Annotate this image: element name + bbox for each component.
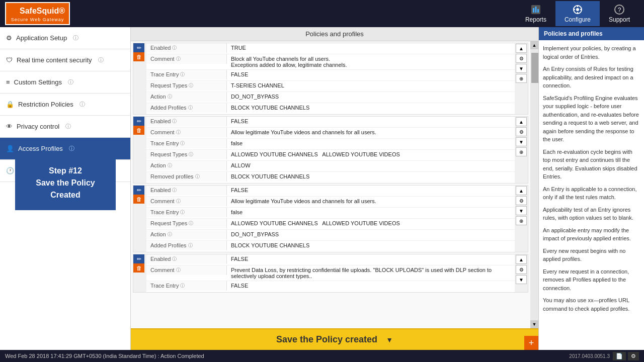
edit-button-2[interactable]: ✏ xyxy=(133,117,144,126)
entries-container: ✏ 🗑 Enabled ⓘ TRUE Comment ⓘ Block all Y… xyxy=(131,41,530,328)
up-btn-3[interactable]: ▲ xyxy=(516,186,527,195)
logo-name: SafeSquid® xyxy=(20,7,65,16)
delete-button-2[interactable]: 🗑 xyxy=(133,126,144,135)
support-button[interactable]: ? Support xyxy=(600,1,639,26)
add-btn-3[interactable]: ⊕ xyxy=(516,216,527,225)
entry-1-left-btns: ✏ 🗑 xyxy=(133,43,146,114)
lock-icon: 🔒 xyxy=(6,101,14,108)
value-trace-3: false xyxy=(227,208,515,217)
bottom-icon-doc[interactable]: 📄 xyxy=(613,352,626,360)
edit-button-3[interactable]: ✏ xyxy=(133,186,144,195)
logo-icon: ✦ xyxy=(10,5,19,17)
field-row-enabled-2: Enabled ⓘ FALSE xyxy=(146,117,515,128)
info-enabled-1: ⓘ xyxy=(172,45,177,51)
label-comment-3: Comment ⓘ xyxy=(146,197,227,206)
bottom-icon-settings[interactable]: ⚙ xyxy=(628,352,639,360)
label-enabled-3: Enabled ⓘ xyxy=(146,186,227,195)
sidebar-item-privacy-control[interactable]: 👁 Privacy control ⓘ xyxy=(0,116,130,138)
add-btn-2[interactable]: ⊕ xyxy=(516,147,527,156)
help-text-1: An Entry consists of Rules for testing a… xyxy=(543,65,640,90)
value-reqtypes-3: ALLOWED YOUTUBE CHANNELS ALLOWED YOUTUBE… xyxy=(227,219,515,228)
add-entry-button[interactable]: + xyxy=(524,336,538,350)
sidebar-item-application-setup[interactable]: ⚙ Application Setup ⓘ xyxy=(0,27,130,49)
settings-btn-3[interactable]: ⚙ xyxy=(516,196,527,205)
sidebar-item-realtime[interactable]: 🛡 Real time content security ⓘ xyxy=(0,49,130,71)
delete-button-3[interactable]: 🗑 xyxy=(133,195,144,204)
scroll-thumb[interactable] xyxy=(531,53,538,83)
info-enabled-4: ⓘ xyxy=(172,256,177,262)
reports-button[interactable]: Reports xyxy=(516,1,555,26)
delete-button-4[interactable]: 🗑 xyxy=(133,263,144,273)
right-sidebar: Policies and profiles Implement your pol… xyxy=(538,27,644,350)
info-comment-2: ⓘ xyxy=(176,129,181,136)
svg-rect-1 xyxy=(533,8,534,13)
user-icon: 👤 xyxy=(6,145,14,152)
configure-label: Configure xyxy=(565,16,591,23)
info-trace-4: ⓘ xyxy=(180,283,185,289)
field-row-reqtypes-2: Request Types ⓘ ALLOWED YOUTUBE CHANNELS… xyxy=(146,150,515,161)
delete-button-1[interactable]: 🗑 xyxy=(133,52,144,61)
field-row-comment-4: Comment ⓘ Prevent Data Loss, by restrict… xyxy=(146,265,515,281)
value-action-2: ALLOW xyxy=(227,161,515,170)
scroll-up[interactable]: ▲ xyxy=(530,41,538,49)
down-btn-3[interactable]: ▼ xyxy=(516,206,527,215)
settings-btn-1[interactable]: ⚙ xyxy=(516,54,527,63)
info-comment-1: ⓘ xyxy=(176,56,181,62)
sidebar-item-custom-settings[interactable]: ≡ Custom Settings ⓘ xyxy=(0,71,130,94)
field-row-enabled-3: Enabled ⓘ FALSE xyxy=(146,186,515,197)
settings-btn-4[interactable]: ⚙ xyxy=(516,265,527,274)
value-reqtypes-1: T-SERIES CHANNEL xyxy=(227,81,515,90)
entry-4-right-btns: ▲ ⚙ ▼ xyxy=(515,254,528,292)
help-text-7: Every new request begins with no applied… xyxy=(543,247,640,263)
label-comment-2: Comment ⓘ xyxy=(146,128,227,137)
logo-box: ✦ SafeSquid® Secure Web Gateway xyxy=(5,2,70,25)
configure-icon xyxy=(572,4,583,15)
label-reqtypes-2: Request Types ⓘ xyxy=(146,150,227,159)
field-row-action-3: Action ⓘ DO_NOT_BYPASS xyxy=(146,230,515,241)
up-btn-1[interactable]: ▲ xyxy=(516,44,527,53)
status-text: Wed Feb 28 2018 17:41:29 GMT+0530 (India… xyxy=(5,353,204,359)
logo-sub: Secure Web Gateway xyxy=(10,17,65,22)
info-trace-2: ⓘ xyxy=(180,140,185,147)
add-btn-1[interactable]: ⊕ xyxy=(516,74,527,83)
field-row-trace-4: Trace Entry ⓘ FALSE xyxy=(146,281,515,292)
label-trace-3: Trace Entry ⓘ xyxy=(146,208,227,217)
info-removedprofiles-2: ⓘ xyxy=(195,173,200,180)
svg-rect-2 xyxy=(535,7,536,13)
up-btn-4[interactable]: ▲ xyxy=(516,255,527,264)
value-trace-2: false xyxy=(227,139,515,148)
nav-right: Reports Configure ? Support xyxy=(516,1,639,26)
help-text-5: Applicability test of an Entry ignores r… xyxy=(543,206,640,222)
sidebar-item-label: Privacy control xyxy=(17,123,59,130)
scroll-down[interactable]: ▼ xyxy=(530,320,538,328)
svg-rect-3 xyxy=(537,9,539,13)
value-comment-1: Block all YouTube channels for all users… xyxy=(227,54,515,69)
down-btn-4[interactable]: ▼ xyxy=(516,275,527,284)
down-btn-2[interactable]: ▼ xyxy=(516,137,527,146)
up-btn-2[interactable]: ▲ xyxy=(516,117,527,126)
info-reqtypes-1: ⓘ xyxy=(189,82,193,89)
help-text-4: An Entry is applicable to a connection, … xyxy=(543,185,640,202)
field-row-trace-2: Trace Entry ⓘ false xyxy=(146,139,515,150)
help-text-0: Implement your policies, by creating a l… xyxy=(543,44,640,61)
settings-btn-2[interactable]: ⚙ xyxy=(516,127,527,136)
edit-button-4[interactable]: ✏ xyxy=(133,254,144,263)
step-overlay: Step #12 Save the Policy Created xyxy=(15,156,116,210)
save-bar[interactable]: Save the Policy created ▼ xyxy=(131,328,538,350)
scroll-bar[interactable]: ▲ ▼ xyxy=(530,41,538,328)
entry-1: ✏ 🗑 Enabled ⓘ TRUE Comment ⓘ Block all Y… xyxy=(133,43,528,115)
down-btn-1[interactable]: ▼ xyxy=(516,64,527,73)
header: ✦ SafeSquid® Secure Web Gateway Reports … xyxy=(0,0,644,27)
entry-4-main: Enabled ⓘ FALSE Comment ⓘ Prevent Data L… xyxy=(146,254,515,292)
configure-button[interactable]: Configure xyxy=(555,1,600,26)
label-trace-1: Trace Entry ⓘ xyxy=(146,70,227,79)
sidebar-item-label: Application Setup xyxy=(16,34,67,42)
sidebar-item-restriction-policies[interactable]: 🔒 Restriction Policies ⓘ xyxy=(0,94,130,116)
info-comment-3: ⓘ xyxy=(176,198,181,205)
reports-label: Reports xyxy=(525,16,546,23)
right-sidebar-title: Policies and profiles xyxy=(539,27,644,40)
edit-button-1[interactable]: ✏ xyxy=(133,43,144,52)
shield-icon: 🛡 xyxy=(6,56,13,64)
value-enabled-2: FALSE xyxy=(227,117,515,126)
field-row-removedprofiles-2: Removed profiles ⓘ BLOCK YOUTUBE CHANNEL… xyxy=(146,172,515,183)
